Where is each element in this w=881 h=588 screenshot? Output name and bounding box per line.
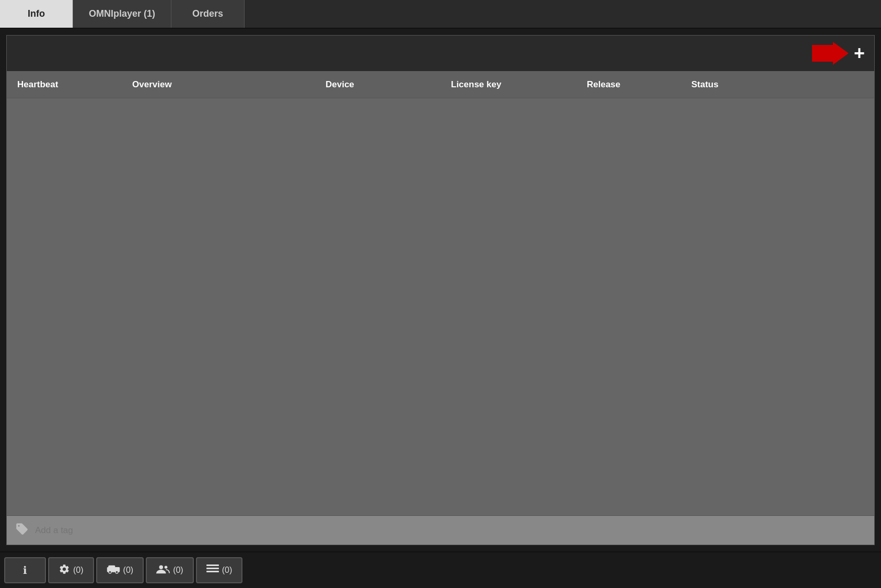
- group-button[interactable]: (0): [146, 557, 194, 583]
- tab-omniplayer[interactable]: OMNIplayer (1): [73, 0, 171, 28]
- group-count: (0): [173, 566, 183, 575]
- table-body: [7, 98, 874, 515]
- svg-point-3: [109, 571, 111, 573]
- svg-rect-8: [206, 568, 219, 569]
- panel-toolbar: +: [7, 36, 874, 71]
- info-icon: ℹ: [23, 564, 27, 577]
- col-header-device: Device: [326, 79, 451, 90]
- vehicle-icon: [107, 563, 120, 578]
- col-header-overview: Overview: [132, 79, 326, 90]
- group-icon: [156, 563, 170, 578]
- svg-marker-0: [812, 42, 849, 65]
- vehicle-count: (0): [123, 566, 134, 575]
- plus-icon: +: [854, 44, 865, 63]
- tag-icon: [15, 522, 29, 539]
- table-header: Heartbeat Overview Device License key Re…: [7, 71, 874, 98]
- svg-rect-7: [206, 564, 219, 566]
- col-header-release: Release: [587, 79, 691, 90]
- gear-icon: [59, 563, 70, 578]
- list-button[interactable]: (0): [196, 557, 243, 583]
- tag-input[interactable]: [35, 525, 866, 536]
- list-icon: [206, 564, 219, 577]
- tab-bar: Info OMNIplayer (1) Orders: [0, 0, 881, 29]
- info-button[interactable]: ℹ: [4, 557, 46, 583]
- tab-orders[interactable]: Orders: [171, 0, 245, 28]
- svg-rect-9: [206, 571, 219, 572]
- vehicle-button[interactable]: (0): [96, 557, 144, 583]
- tag-input-area: [7, 515, 874, 545]
- gear-button[interactable]: (0): [48, 557, 94, 583]
- svg-point-5: [159, 565, 163, 569]
- svg-rect-2: [108, 565, 115, 568]
- tab-info[interactable]: Info: [0, 0, 73, 28]
- tag-svg-icon: [15, 522, 29, 536]
- col-header-licensekey: License key: [451, 79, 587, 90]
- add-button[interactable]: +: [812, 42, 865, 65]
- main-content: + Heartbeat Overview Device License key …: [0, 29, 881, 551]
- bottom-toolbar: ℹ (0) (0): [0, 551, 881, 588]
- col-header-status: Status: [691, 79, 864, 90]
- arrow-right-icon: [812, 42, 849, 65]
- col-header-heartbeat: Heartbeat: [17, 79, 132, 90]
- gear-count: (0): [73, 566, 84, 575]
- list-count: (0): [222, 566, 233, 575]
- panel: + Heartbeat Overview Device License key …: [6, 35, 875, 545]
- svg-point-4: [115, 571, 118, 573]
- svg-point-6: [165, 566, 168, 569]
